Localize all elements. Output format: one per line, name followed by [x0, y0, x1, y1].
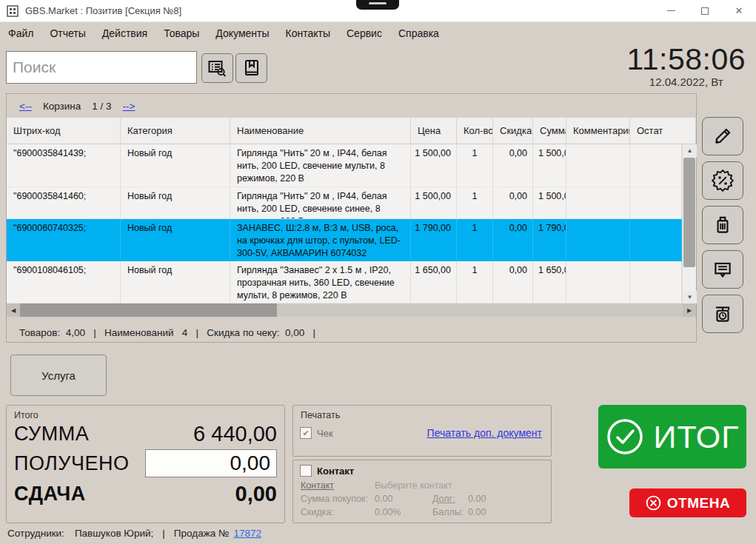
check-icon: ✔: [302, 429, 309, 438]
minimize-button[interactable]: [654, 0, 688, 22]
cancel-circle-icon: [646, 495, 661, 511]
notch-line: [369, 2, 387, 4]
table-body: "6900035841439; Новый год Гирлянда "Нить…: [7, 144, 682, 303]
received-input[interactable]: [145, 449, 277, 477]
maximize-button[interactable]: [688, 0, 722, 22]
cell-comment: [566, 261, 630, 303]
product-list-button[interactable]: [201, 53, 233, 83]
col-stock[interactable]: Остат: [630, 118, 696, 144]
cell-stock: [630, 187, 682, 218]
menu-service[interactable]: Сервис: [347, 27, 382, 39]
print-panel: Печатать ✔ Чек Печатать доп. документ: [292, 405, 552, 457]
clock-time: 11:58:06: [626, 43, 746, 75]
col-sum[interactable]: Сумма: [533, 118, 566, 144]
cell-category: Новый год: [121, 144, 230, 187]
purchases-value: 0.00: [375, 494, 432, 504]
menu-file[interactable]: Файл: [8, 27, 33, 39]
scroll-left-icon[interactable]: ◀: [7, 303, 20, 317]
cell-stock: [630, 219, 682, 261]
col-quantity[interactable]: Кол-вс: [457, 118, 493, 144]
cell-sum: 1 500,00: [533, 187, 566, 218]
contact-select-link[interactable]: Контакт: [301, 480, 375, 491]
cell-barcode: "6900035841460;: [7, 187, 121, 218]
menu-reports[interactable]: Отчеты: [50, 27, 85, 39]
col-discount[interactable]: Скидка,: [493, 118, 533, 144]
footer-separator: |: [162, 528, 165, 539]
cell-quantity: 1: [457, 187, 493, 218]
cell-price: 1 650,00: [411, 261, 457, 303]
cell-comment: [566, 144, 630, 187]
points-value: 0.00: [468, 507, 551, 517]
cell-quantity: 1: [457, 144, 493, 187]
cell-quantity: 1: [457, 261, 493, 303]
edit-item-button[interactable]: [702, 117, 743, 155]
menu-actions[interactable]: Действия: [102, 27, 147, 39]
vertical-scrollbar[interactable]: ▲ ▼: [682, 144, 696, 303]
horizontal-scroll-thumb[interactable]: [20, 303, 277, 317]
clock-date: 12.04.2022, Вт: [626, 75, 746, 88]
table-row[interactable]: "6900108046105; Новый год Гирлянда "Зана…: [7, 261, 682, 303]
cell-price: 1 500,00: [411, 187, 457, 218]
service-button[interactable]: Услуга: [10, 355, 107, 396]
search-input[interactable]: [7, 58, 213, 76]
menu-documents[interactable]: Документы: [215, 27, 269, 39]
scroll-up-icon[interactable]: ▲: [683, 144, 697, 157]
cell-sum: 1 500,00: [533, 144, 566, 187]
cart-table: Штрих-код Категория Наименование Цена Ко…: [7, 118, 696, 317]
pencil-icon: [712, 125, 734, 147]
table-row[interactable]: "6900035841460; Новый год Гирлянда "Нить…: [7, 187, 682, 219]
col-barcode[interactable]: Штрих-код: [7, 118, 121, 144]
change-value: 0,00: [235, 482, 277, 506]
change-label: СДАЧА: [14, 483, 86, 506]
print-extra-document-link[interactable]: Печатать доп. документ: [427, 427, 542, 439]
cell-barcode: "6900060740325;: [7, 219, 121, 261]
menu-goods[interactable]: Товары: [164, 27, 199, 39]
received-label: ПОЛУЧЕНО: [14, 452, 129, 475]
sale-label: Продажа №: [174, 528, 230, 539]
total-button[interactable]: ИТОГ: [598, 405, 746, 469]
menu-contacts[interactable]: Контакты: [286, 27, 330, 39]
cart-prev-link[interactable]: <--: [19, 101, 32, 112]
contact-details: Контакт Выберите контакт Сумма покупок: …: [293, 477, 551, 517]
catalog-button[interactable]: [235, 53, 267, 83]
clock: 11:58:06 12.04.2022, Вт: [626, 43, 746, 88]
comment-button[interactable]: [702, 250, 743, 289]
discount-button[interactable]: [702, 161, 743, 200]
cell-discount: 0,00: [493, 219, 533, 261]
receipt-checkbox[interactable]: ✔: [300, 427, 312, 439]
col-category[interactable]: Категория: [121, 118, 230, 144]
contact-checkbox[interactable]: [300, 465, 312, 477]
discount-value: 0.00%: [375, 507, 432, 517]
cell-name: Гирлянда "Занавес" 2 x 1.5 м , IP20, про…: [230, 261, 411, 303]
debt-label: Долг:: [432, 494, 468, 504]
cart-next-link[interactable]: -->: [123, 101, 136, 112]
cell-quantity: 1: [457, 219, 493, 261]
screen-notch: [356, 0, 399, 10]
window-controls: ✕: [654, 0, 756, 22]
menu-help[interactable]: Справка: [398, 27, 439, 39]
vertical-scroll-thumb[interactable]: [683, 158, 695, 267]
close-button[interactable]: ✕: [722, 0, 756, 22]
total-button-label: ИТОГ: [654, 419, 740, 455]
col-price[interactable]: Цена: [411, 118, 457, 144]
col-comment[interactable]: Комментарий: [566, 118, 630, 144]
contact-panel: Контакт Контакт Выберите контакт Сумма п…: [292, 460, 552, 523]
scales-button[interactable]: [702, 295, 743, 333]
sum-value: 6 440,00: [193, 422, 277, 446]
cancel-button[interactable]: ОТМЕНА: [629, 488, 746, 517]
cart-navigation: <-- Корзина 1 / 3 -->: [7, 94, 696, 118]
cart-summary: Товаров: 4,00 | Наименований 4 | Скидка …: [19, 327, 315, 338]
scroll-down-icon[interactable]: ▼: [683, 291, 697, 303]
discount-percent-icon: [712, 169, 734, 192]
scroll-right-icon[interactable]: ▶: [683, 303, 696, 317]
receipt-checkbox-label: Чек: [317, 428, 333, 439]
delete-item-button[interactable]: [702, 206, 743, 244]
comment-icon: [712, 258, 734, 281]
sale-number-link[interactable]: 17872: [233, 528, 261, 539]
horizontal-scrollbar[interactable]: ◀ ▶: [7, 303, 696, 317]
table-row-selected[interactable]: "6900060740325; Новый год ЗАНАВЕС, Ш:2.8…: [7, 219, 682, 261]
cell-comment: [566, 219, 630, 261]
col-name[interactable]: Наименование: [230, 118, 411, 144]
table-row[interactable]: "6900035841439; Новый год Гирлянда "Нить…: [7, 144, 682, 187]
cart-counter: 1 / 3: [92, 101, 111, 112]
